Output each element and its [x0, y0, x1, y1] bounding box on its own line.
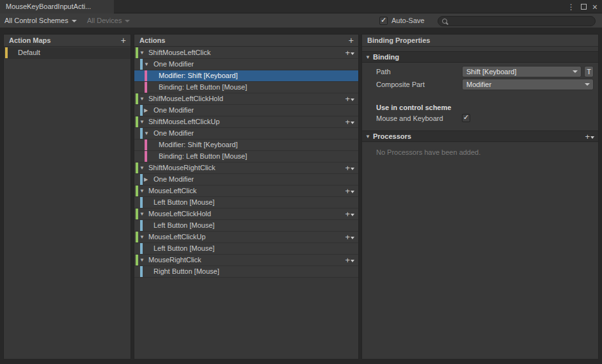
control-schemes-label: All Control Schemes [4, 17, 68, 24]
path-dropdown[interactable]: Shift [Keyboard] [462, 66, 582, 77]
foldout-open-icon [365, 131, 370, 142]
composite-color-bar [140, 128, 143, 139]
actions-tree-row[interactable]: Binding: Left Button [Mouse] [134, 151, 358, 162]
add-action-map-button[interactable] [121, 35, 126, 46]
window-tab-title: MouseKeyBoardInputActi... [6, 3, 91, 10]
foldout-open-icon[interactable] [139, 232, 145, 243]
foldout-open-icon[interactable] [139, 209, 145, 220]
autosave-checkbox[interactable] [379, 17, 388, 25]
action-map-color-bar [5, 47, 8, 58]
foldout-closed-icon[interactable] [144, 105, 148, 116]
action-maps-title: Action Maps [9, 36, 51, 44]
kebab-menu-icon[interactable] [567, 3, 575, 11]
action-map-label: Default [18, 47, 40, 58]
binding-color-bar [140, 243, 143, 254]
add-binding-button[interactable] [345, 93, 354, 105]
tree-row-label: ShifMouseLeftClickHold [148, 93, 223, 104]
unity-input-actions-window: MouseKeyBoardInputActi... All Control Sc… [0, 0, 602, 364]
action-color-bar [136, 93, 138, 104]
maximize-icon[interactable] [581, 4, 587, 10]
binding-properties-body: Binding Path Shift [Keyboard] T Composit… [362, 47, 598, 359]
action-maps-header: Action Maps [4, 35, 131, 47]
actions-tree-row[interactable]: Left Button [Mouse] [134, 243, 358, 255]
actions-tree-row[interactable]: MouseLeftClick [134, 186, 358, 197]
foldout-open-icon[interactable] [139, 116, 145, 128]
tree-row-label: One Modifier [154, 59, 194, 70]
foldout-open-icon[interactable] [139, 255, 145, 266]
foldout-open-icon[interactable] [139, 47, 145, 59]
composite-part-value: Modifier [466, 81, 491, 88]
actions-tree-row[interactable]: Right Button [Mouse] [134, 266, 358, 278]
add-binding-button[interactable] [345, 47, 354, 59]
control-schemes-dropdown[interactable]: All Control Schemes [4, 13, 77, 28]
actions-tree-row[interactable]: ShiftMouseRightClick [134, 162, 358, 174]
foldout-open-icon[interactable] [139, 186, 145, 197]
foldout-open-icon[interactable] [139, 162, 145, 174]
devices-dropdown[interactable]: All Devices [87, 13, 130, 28]
action-map-item[interactable]: Default [4, 47, 131, 59]
tree-row-label: Left Button [Mouse] [154, 220, 214, 231]
tree-row-label: Left Button [Mouse] [154, 197, 214, 208]
close-icon[interactable] [592, 3, 598, 12]
action-color-bar [136, 186, 138, 196]
add-binding-button[interactable] [345, 186, 354, 197]
actions-tree-row[interactable]: Left Button [Mouse] [134, 220, 358, 232]
add-binding-button[interactable] [345, 232, 354, 243]
search-box[interactable] [438, 16, 596, 26]
composite-part-dropdown[interactable]: Modifier [462, 79, 594, 90]
actions-tree-row[interactable]: Modifier: Shift [Keyboard] [134, 70, 358, 82]
actions-tree-row[interactable]: MouseLeftClickUp [134, 232, 358, 243]
actions-tree-row[interactable]: MouseRightClick [134, 255, 358, 266]
part-color-bar [145, 151, 147, 162]
tree-row-label: MouseLeftClickUp [148, 232, 205, 242]
tree-row-label: MouseLeftClick [148, 186, 196, 196]
chevron-down-icon [72, 20, 77, 22]
add-processor-button[interactable] [585, 131, 594, 143]
action-color-bar [136, 47, 138, 58]
tree-row-label: One Modifier [154, 174, 194, 185]
tree-row-label: Right Button [Mouse] [154, 266, 219, 277]
actions-tree-row[interactable]: One Modifier [134, 174, 358, 186]
add-action-button[interactable] [349, 35, 354, 46]
actions-tree-row[interactable]: ShiftMouseLeftClickUp [134, 116, 358, 128]
foldout-open-icon[interactable] [144, 59, 149, 70]
tree-row-label: ShiftMouseLeftClickUp [148, 116, 219, 127]
foldout-open-icon[interactable] [144, 128, 149, 139]
add-binding-button[interactable] [345, 162, 354, 174]
tree-row-label: ShiftMouseLeftClick [148, 47, 210, 58]
tree-row-label: ShiftMouseRightClick [148, 162, 216, 173]
foldout-open-icon[interactable] [139, 93, 145, 105]
action-maps-list: Default [4, 47, 131, 359]
add-binding-button[interactable] [345, 209, 354, 220]
composite-color-bar [140, 174, 143, 185]
path-text-toggle-button[interactable]: T [584, 66, 594, 77]
control-scheme-row: Mouse and Keyboard [362, 113, 598, 125]
action-color-bar [136, 209, 138, 219]
actions-tree-row[interactable]: ShiftMouseLeftClick [134, 47, 358, 59]
add-binding-button[interactable] [345, 255, 354, 266]
action-color-bar [136, 116, 138, 127]
add-binding-button[interactable] [345, 116, 354, 128]
processors-section-header[interactable]: Processors [362, 131, 598, 142]
control-schemes-list: Mouse and Keyboard [362, 113, 598, 125]
actions-tree-row[interactable]: ShifMouseLeftClickHold [134, 93, 358, 105]
chevron-down-icon [125, 20, 130, 22]
tree-row-label: One Modifier [154, 128, 194, 139]
composite-color-bar [140, 105, 143, 116]
actions-tree-row[interactable]: One Modifier [134, 105, 358, 116]
actions-tree-row[interactable]: Left Button [Mouse] [134, 197, 358, 209]
foldout-closed-icon[interactable] [144, 174, 148, 186]
control-scheme-checkbox[interactable] [462, 114, 470, 122]
search-input[interactable] [451, 17, 592, 26]
binding-properties-panel: Binding Properties Binding Path Shift [K… [361, 34, 599, 360]
window-tab[interactable]: MouseKeyBoardInputActi... [0, 0, 114, 13]
action-color-bar [136, 255, 138, 265]
actions-tree-row[interactable]: Modifier: Shift [Keyboard] [134, 139, 358, 151]
action-maps-panel: Action Maps Default [3, 34, 131, 360]
actions-tree-row[interactable]: One Modifier [134, 59, 358, 70]
binding-section-title: Binding [373, 52, 399, 62]
binding-section-header[interactable]: Binding [362, 51, 598, 63]
actions-tree-row[interactable]: One Modifier [134, 128, 358, 139]
actions-tree-row[interactable]: Binding: Left Button [Mouse] [134, 82, 358, 93]
actions-tree-row[interactable]: MouseLeftClickHold [134, 209, 358, 220]
